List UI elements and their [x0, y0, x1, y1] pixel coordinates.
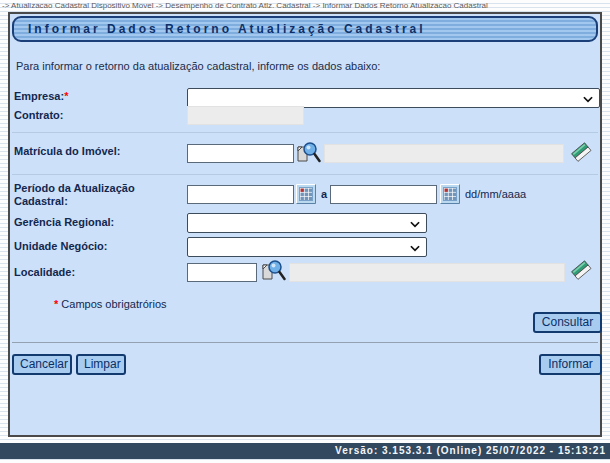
- matricula-descricao-field: [324, 144, 564, 163]
- chevron-down-icon: [408, 217, 422, 235]
- limpar-button[interactable]: Limpar: [76, 354, 126, 375]
- periodo-fim-input[interactable]: [330, 185, 437, 204]
- version-footer: Versão: 3.153.3.1 (Online) 25/07/2022 - …: [0, 443, 610, 459]
- periodo-inicio-input[interactable]: [187, 185, 294, 204]
- instruction-text: Para informar o retorno da atualização c…: [16, 60, 380, 72]
- chevron-down-icon: [408, 241, 422, 259]
- breadcrumb[interactable]: -> Atualizacao Cadastral Dispositivo Mov…: [2, 1, 610, 10]
- empresa-required-mark: *: [64, 90, 68, 102]
- cancelar-button[interactable]: Cancelar: [12, 354, 72, 375]
- contrato-readonly-field: [187, 106, 304, 125]
- calendar-icon[interactable]: [440, 184, 460, 208]
- section-divider: [12, 174, 598, 175]
- localidade-input[interactable]: [187, 263, 257, 282]
- unidade-select[interactable]: [187, 237, 427, 257]
- periodo-label: Período da Atualização Cadastral:: [14, 182, 176, 208]
- calendar-icon[interactable]: [296, 184, 316, 208]
- localidade-descricao-field: [289, 263, 565, 282]
- eraser-icon[interactable]: [569, 256, 593, 286]
- matricula-input[interactable]: [187, 144, 294, 163]
- date-format-hint: dd/mm/aaaa: [465, 188, 526, 200]
- section-divider: [12, 132, 598, 133]
- consultar-button[interactable]: Consultar: [533, 312, 602, 333]
- periodo-between-label: a: [321, 188, 327, 200]
- required-note-mark: *: [54, 298, 58, 310]
- form-panel: Informar Dados Retorno Atualização Cadas…: [8, 12, 602, 437]
- button-divider: [12, 342, 598, 343]
- eraser-icon[interactable]: [569, 138, 593, 168]
- informar-button[interactable]: Informar: [539, 354, 602, 375]
- chevron-down-icon: [581, 92, 595, 110]
- matricula-label: Matrícula do Imóvel:: [14, 145, 120, 157]
- unidade-label: Unidade Negócio:: [14, 240, 108, 252]
- search-icon[interactable]: [295, 140, 321, 168]
- empresa-label: Empresa:*: [14, 90, 68, 102]
- contrato-label: Contrato:: [14, 109, 64, 121]
- gerencia-select[interactable]: [187, 213, 427, 233]
- required-note: * Campos obrigatrórios: [54, 298, 167, 310]
- page-title: Informar Dados Retorno Atualização Cadas…: [12, 16, 598, 42]
- page: -> Atualizacao Cadastral Dispositivo Mov…: [0, 0, 610, 463]
- search-icon[interactable]: [260, 258, 286, 286]
- empresa-select[interactable]: [187, 88, 600, 108]
- gerencia-label: Gerência Regional:: [14, 216, 114, 228]
- localidade-label: Localidade:: [14, 266, 75, 278]
